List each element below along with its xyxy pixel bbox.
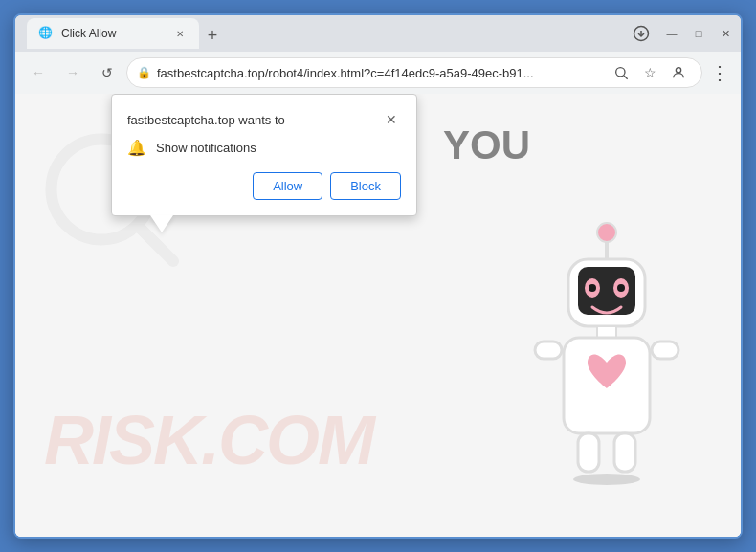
tab-area: 🌐 Click Allow ✕ +	[27, 18, 618, 49]
bell-icon: 🔔	[127, 139, 146, 157]
window-controls: — □ ✕	[664, 26, 733, 41]
search-icon[interactable]	[608, 59, 634, 86]
tab-favicon: 🌐	[38, 26, 54, 41]
title-bar: 🌐 Click Allow ✕ + — □ ✕	[15, 15, 741, 52]
lock-icon: 🔒	[137, 66, 151, 79]
tab-close-button[interactable]: ✕	[172, 26, 188, 41]
you-text: YOU	[443, 122, 530, 168]
active-tab[interactable]: 🌐 Click Allow ✕	[27, 18, 199, 49]
svg-point-4	[676, 68, 680, 73]
profile-icon[interactable]	[665, 59, 692, 86]
svg-point-2	[616, 68, 625, 77]
bookmark-icon[interactable]: ☆	[636, 59, 663, 86]
menu-button[interactable]: ⋮	[706, 59, 733, 86]
notification-label: Show notifications	[156, 141, 256, 155]
svg-rect-15	[597, 326, 616, 338]
forward-button[interactable]: →	[57, 57, 88, 88]
svg-line-3	[624, 76, 628, 79]
robot-illustration	[511, 211, 702, 518]
reload-button[interactable]: ↺	[92, 57, 122, 88]
svg-point-21	[573, 474, 640, 485]
new-tab-button[interactable]: +	[199, 22, 226, 49]
svg-rect-17	[535, 342, 562, 359]
popup-header: fastbestcaptcha.top wants to ✕	[127, 110, 401, 129]
watermark-text: RISK.COM	[44, 401, 373, 479]
back-button[interactable]: ←	[23, 57, 54, 88]
address-bar-row: ← → ↺ 🔒 fastbestcaptcha.top/robot4/index…	[15, 52, 741, 94]
address-bar[interactable]: 🔒 fastbestcaptcha.top/robot4/index.html?…	[126, 57, 702, 88]
svg-rect-20	[614, 433, 635, 472]
svg-point-13	[589, 284, 596, 292]
page-background: YOU RISK.COM	[15, 94, 741, 537]
download-icon[interactable]	[626, 18, 656, 49]
svg-point-14	[617, 284, 625, 292]
maximize-button[interactable]: □	[691, 26, 706, 41]
svg-point-8	[597, 223, 616, 242]
svg-rect-18	[652, 342, 678, 359]
tab-title: Click Allow	[61, 27, 165, 40]
address-bar-icons: ☆	[608, 59, 692, 86]
popup-buttons: Allow Block	[127, 172, 401, 200]
minimize-button[interactable]: —	[664, 26, 679, 41]
page-content: YOU RISK.COM	[15, 94, 741, 537]
notification-popup: fastbestcaptcha.top wants to ✕ 🔔 Show no…	[111, 94, 417, 216]
popup-notification-row: 🔔 Show notifications	[127, 139, 401, 157]
close-button[interactable]: ✕	[718, 26, 733, 41]
popup-tail	[150, 215, 173, 232]
block-button[interactable]: Block	[330, 172, 401, 200]
popup-title: fastbestcaptcha.top wants to	[127, 113, 285, 127]
url-text: fastbestcaptcha.top/robot4/index.html?c=…	[157, 66, 602, 80]
svg-rect-19	[578, 433, 599, 472]
browser-window: 🌐 Click Allow ✕ + — □ ✕ ← → ↺ 🔒 fastbest…	[13, 13, 743, 539]
allow-button[interactable]: Allow	[253, 172, 322, 200]
popup-close-button[interactable]: ✕	[382, 110, 401, 129]
